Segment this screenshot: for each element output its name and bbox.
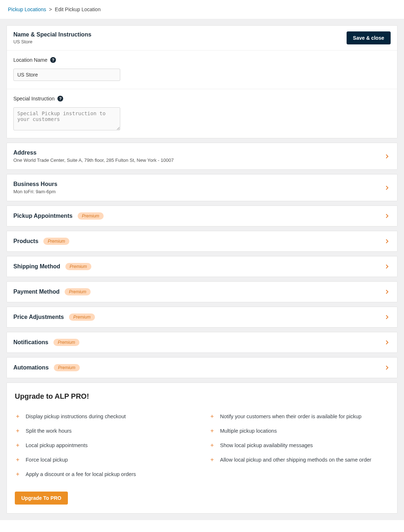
chevron-right-icon [383, 288, 391, 295]
plus-icon: + [15, 456, 21, 463]
chevron-right-icon [383, 313, 391, 321]
chevron-right-icon [383, 263, 391, 270]
feature-label: Show local pickup availability messages [220, 442, 313, 448]
premium-badge: Premium [78, 212, 104, 220]
upgrade-to-pro-button[interactable]: Upgrade To PRO [15, 492, 68, 505]
section-payment-method[interactable]: Payment MethodPremium [6, 281, 398, 302]
breadcrumb-root-link[interactable]: Pickup Locations [8, 7, 46, 12]
section-title-text: Shipping Method [13, 263, 60, 270]
divider [7, 89, 397, 89]
feature-item: +Display pickup instructions during chec… [15, 409, 195, 424]
section-price-adjustments[interactable]: Price AdjustmentsPremium [6, 307, 398, 328]
plus-icon: + [15, 427, 21, 434]
breadcrumb-current: Edit Pickup Location [55, 7, 101, 12]
section-title-text: Payment Method [13, 289, 60, 295]
feature-item: +Split the work hours [15, 424, 195, 438]
premium-badge: Premium [53, 339, 79, 346]
plus-icon: + [209, 442, 215, 449]
premium-badge: Premium [54, 364, 80, 371]
plus-icon: + [209, 413, 215, 420]
chevron-right-icon [383, 153, 391, 160]
section-title-text: Notifications [13, 339, 48, 346]
premium-badge: Premium [65, 288, 91, 295]
feature-label: Allow local pickup and other shipping me… [220, 457, 372, 463]
upgrade-card: Upgrade to ALP PRO! +Display pickup inst… [6, 382, 398, 514]
premium-badge: Premium [65, 263, 91, 270]
feature-item: +Multiple pickup locations [209, 424, 390, 438]
section-title-text: Address [13, 150, 36, 156]
chevron-right-icon [383, 339, 391, 346]
breadcrumb-separator: > [49, 7, 52, 12]
section-subtitle: One World Trade Center, Suite A, 79th fl… [13, 157, 174, 163]
save-close-button[interactable]: Save & close [347, 31, 391, 44]
section-business-hours[interactable]: Business HoursMon toFri: 9am-6pm [6, 174, 398, 201]
name-instructions-card: Name & Special Instructions US Store Sav… [6, 25, 398, 138]
feature-label: Multiple pickup locations [220, 428, 277, 434]
help-icon[interactable]: ? [57, 96, 63, 101]
location-name-input[interactable] [13, 69, 120, 81]
help-icon[interactable]: ? [50, 57, 56, 63]
premium-badge: Premium [43, 238, 69, 245]
feature-label: Force local pickup [26, 457, 68, 463]
section-title-text: Business Hours [13, 181, 57, 187]
section-title-text: Pickup Appointments [13, 213, 73, 219]
section-title-text: Products [13, 238, 38, 245]
section-shipping-method[interactable]: Shipping MethodPremium [6, 256, 398, 277]
plus-icon: + [209, 427, 215, 434]
section-products[interactable]: ProductsPremium [6, 231, 398, 252]
section-pickup-appointments[interactable]: Pickup AppointmentsPremium [6, 206, 398, 226]
upgrade-title: Upgrade to ALP PRO! [15, 392, 389, 401]
feature-item: +Apply a discount or a fee for local pic… [15, 467, 195, 481]
chevron-right-icon [383, 184, 391, 191]
chevron-right-icon [383, 212, 391, 220]
feature-label: Split the work hours [26, 428, 71, 434]
breadcrumb: Pickup Locations > Edit Pickup Location [0, 0, 404, 19]
plus-icon: + [209, 456, 215, 463]
special-instruction-label: Special Instruction [13, 96, 55, 101]
feature-label: Notify your customers when their order i… [220, 414, 362, 419]
card-subtitle: US Store [13, 39, 91, 44]
feature-item: +Allow local pickup and other shipping m… [209, 453, 390, 467]
feature-item: +Show local pickup availability messages [209, 438, 390, 453]
feature-label: Display pickup instructions during check… [26, 414, 126, 419]
section-notifications[interactable]: NotificationsPremium [6, 332, 398, 353]
special-instruction-textarea[interactable] [13, 107, 120, 130]
section-address[interactable]: AddressOne World Trade Center, Suite A, … [6, 143, 398, 170]
plus-icon: + [15, 471, 21, 478]
plus-icon: + [15, 442, 21, 449]
feature-label: Local pickup appointments [26, 442, 88, 448]
feature-item: +Local pickup appointments [15, 438, 195, 453]
section-automations[interactable]: AutomationsPremium [6, 357, 398, 378]
section-subtitle: Mon toFri: 9am-6pm [13, 189, 57, 194]
card-title: Name & Special Instructions [13, 31, 91, 38]
location-name-label: Location Name [13, 57, 47, 63]
feature-item: +Notify your customers when their order … [209, 409, 390, 424]
section-title-text: Automations [13, 364, 49, 371]
feature-item: +Force local pickup [15, 453, 195, 467]
chevron-right-icon [383, 364, 391, 371]
premium-badge: Premium [69, 313, 95, 321]
feature-label: Apply a discount or a fee for local pick… [26, 471, 136, 477]
plus-icon: + [15, 413, 21, 420]
chevron-right-icon [383, 238, 391, 245]
section-title-text: Price Adjustments [13, 314, 64, 320]
